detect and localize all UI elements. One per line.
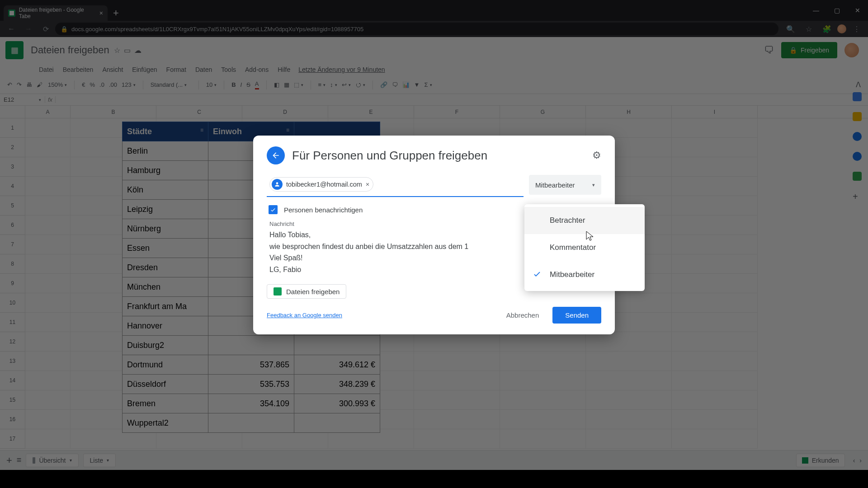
role-option-viewer[interactable]: Betrachter — [524, 207, 645, 234]
role-option-commenter[interactable]: Kommentator — [524, 234, 645, 261]
feedback-link[interactable]: Feedback an Google senden — [267, 312, 342, 319]
person-icon — [272, 179, 283, 190]
check-icon — [533, 269, 542, 281]
role-option-label: Kommentator — [550, 243, 596, 252]
role-option-label: Mitbearbeiter — [550, 270, 594, 279]
recipient-input[interactable]: tobibecker1@hotmail.com × — [267, 173, 524, 197]
role-select-label: Mitbearbeiter — [535, 181, 575, 189]
role-menu: Betrachter Kommentator Mitbearbeiter — [524, 204, 645, 291]
notify-checkbox[interactable] — [269, 205, 278, 214]
attached-file-chip[interactable]: Dateien freigeben — [267, 284, 346, 299]
notify-label: Personen benachrichtigen — [284, 206, 363, 214]
role-option-label: Betrachter — [550, 216, 585, 225]
recipient-email: tobibecker1@hotmail.com — [286, 181, 362, 188]
dialog-title: Für Personen und Gruppen freigeben — [292, 149, 585, 163]
send-button[interactable]: Senden — [552, 307, 601, 324]
role-select[interactable]: Mitbearbeiter — [529, 175, 601, 195]
sheets-file-icon — [274, 287, 282, 296]
dialog-settings-icon[interactable]: ⚙ — [592, 150, 601, 161]
remove-recipient-icon[interactable]: × — [366, 181, 369, 188]
dialog-back-button[interactable] — [267, 146, 285, 164]
recipient-chip[interactable]: tobibecker1@hotmail.com × — [269, 177, 373, 192]
role-option-editor[interactable]: Mitbearbeiter — [524, 261, 645, 288]
attached-file-name: Dateien freigeben — [286, 288, 340, 296]
cancel-button[interactable]: Abbrechen — [500, 307, 546, 324]
